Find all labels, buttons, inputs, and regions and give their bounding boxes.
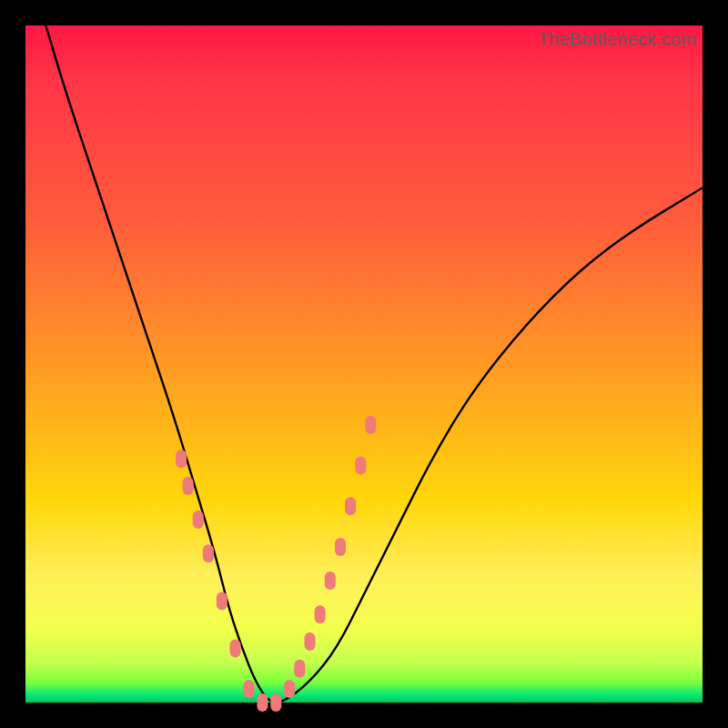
overlay-dot xyxy=(244,680,255,698)
overlay-dots-group xyxy=(176,416,376,712)
overlay-dot xyxy=(193,511,204,529)
overlay-dot xyxy=(230,640,241,658)
overlay-dot xyxy=(365,416,376,434)
overlay-dot xyxy=(183,477,194,495)
overlay-dot xyxy=(335,538,346,556)
chart-svg xyxy=(25,25,703,703)
overlay-dot xyxy=(355,457,366,475)
overlay-dot xyxy=(294,660,305,678)
overlay-dot xyxy=(305,632,316,651)
overlay-dot xyxy=(325,571,336,590)
overlay-dot xyxy=(270,693,281,712)
overlay-dot xyxy=(345,497,356,515)
overlay-dot xyxy=(203,544,214,562)
overlay-dot xyxy=(257,693,268,712)
chart-frame: TheBottleneck.com xyxy=(0,0,728,728)
v-curve-line xyxy=(46,25,703,703)
overlay-dot xyxy=(217,592,228,610)
overlay-dot xyxy=(284,680,295,698)
overlay-dot xyxy=(176,450,187,468)
plot-area: TheBottleneck.com xyxy=(25,25,703,703)
overlay-dot xyxy=(315,605,326,623)
